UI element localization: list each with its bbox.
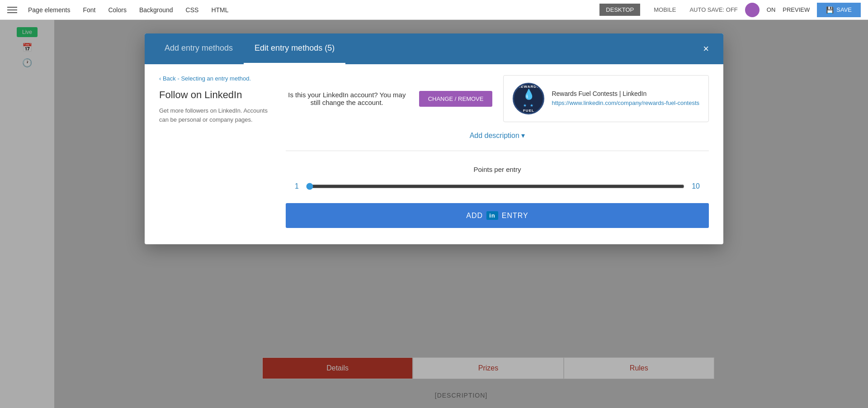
account-url[interactable]: https://www.linkedin.com/company/rewards… (552, 99, 699, 107)
logo-stars: ★ ★ (523, 103, 534, 108)
nav-html[interactable]: HTML (211, 6, 228, 14)
toolbar-nav: Page elements Font Colors Background CSS… (28, 6, 229, 14)
nav-page-elements[interactable]: Page elements (28, 6, 70, 14)
nav-colors[interactable]: Colors (108, 6, 126, 14)
on-label: ON (767, 6, 776, 13)
logo-bottom-text: FUEL (518, 109, 539, 113)
nav-css[interactable]: CSS (186, 6, 199, 14)
account-logo-inner: REWARDS 💧 ★ ★ FUEL (518, 85, 539, 113)
linkedin-icon: in (486, 211, 498, 220)
points-slider[interactable] (306, 183, 684, 190)
nav-background[interactable]: Background (139, 6, 173, 14)
save-button[interactable]: 💾 SAVE (817, 3, 861, 17)
add-description-link[interactable]: Add description ▾ (470, 132, 525, 139)
save-icon: 💾 (826, 6, 834, 14)
logo-drop-icon: 💧 (518, 89, 539, 100)
add-entry-prefix: ADD (466, 212, 483, 220)
add-entry-button[interactable]: ADD in ENTRY (286, 203, 709, 228)
tab-add-entry-methods[interactable]: Add entry methods (154, 33, 244, 64)
hamburger-menu[interactable] (7, 7, 17, 13)
divider (286, 151, 709, 151)
save-label: SAVE (836, 6, 852, 13)
account-question: Is this your LinkedIn account? You may s… (286, 91, 408, 106)
desktop-button[interactable]: DESKTOP (599, 4, 640, 16)
logo-top-text: REWARDS (518, 85, 539, 89)
tab-edit-entry-methods[interactable]: Edit entry methods (5) (244, 33, 345, 64)
left-panel: ‹ Back - Selecting an entry method. Foll… (159, 75, 286, 228)
right-panel: Is this your LinkedIn account? You may s… (286, 75, 709, 228)
account-row: Is this your LinkedIn account? You may s… (286, 75, 709, 122)
autosave-label: AUTO SAVE: OFF (689, 6, 737, 13)
avatar[interactable] (745, 3, 760, 17)
toolbar: Page elements Font Colors Background CSS… (0, 0, 868, 20)
slider-row: 1 10 (286, 182, 709, 190)
follow-title: Follow on LinkedIn (159, 89, 271, 101)
modal-overlay: Add entry methods Edit entry methods (5)… (0, 20, 868, 408)
modal: Add entry methods Edit entry methods (5)… (145, 33, 723, 244)
account-card: REWARDS 💧 ★ ★ FUEL Rewards Fuel Contests… (503, 75, 709, 122)
preview-button[interactable]: PREVIEW (783, 6, 810, 13)
account-info: Rewards Fuel Contests | LinkedIn https:/… (552, 90, 699, 107)
account-name: Rewards Fuel Contests | LinkedIn (552, 90, 699, 97)
add-description-row: Add description ▾ (286, 131, 709, 140)
nav-font[interactable]: Font (83, 6, 95, 14)
back-link[interactable]: ‹ Back - Selecting an entry method. (159, 75, 271, 82)
follow-description: Get more followers on LinkedIn. Accounts… (159, 106, 271, 124)
slider-max-label: 10 (692, 182, 700, 190)
change-remove-button[interactable]: CHANGE / REMOVE (419, 91, 493, 107)
toolbar-right: DESKTOP MOBILE AUTO SAVE: OFF ON PREVIEW… (599, 3, 861, 17)
slider-min-label: 1 (295, 182, 299, 190)
account-logo: REWARDS 💧 ★ ★ FUEL (513, 83, 544, 114)
add-entry-suffix: ENTRY (502, 212, 528, 220)
modal-body: ‹ Back - Selecting an entry method. Foll… (145, 64, 723, 244)
mobile-button[interactable]: MOBILE (647, 4, 682, 16)
points-per-entry-label: Points per entry (286, 166, 709, 173)
modal-close-button[interactable]: × (698, 39, 714, 58)
modal-header: Add entry methods Edit entry methods (5)… (145, 33, 723, 64)
